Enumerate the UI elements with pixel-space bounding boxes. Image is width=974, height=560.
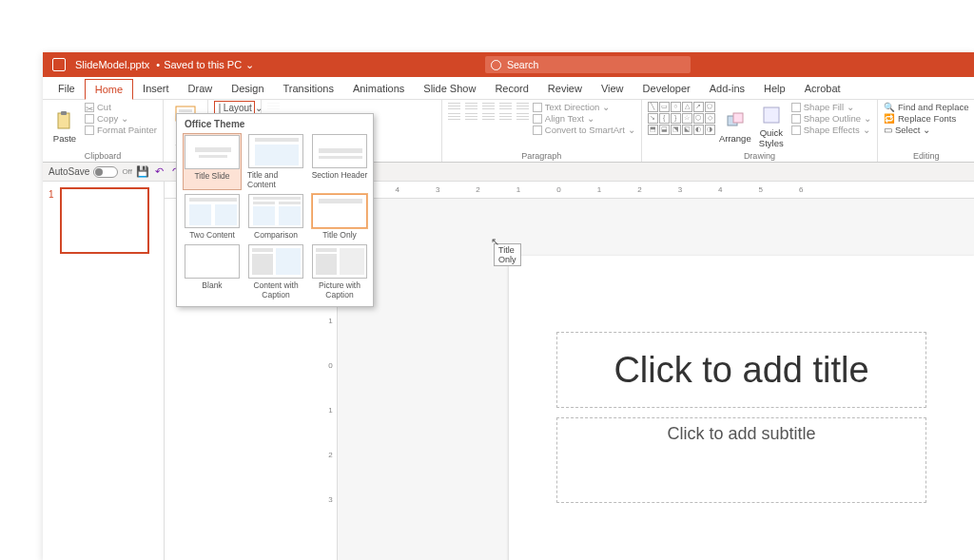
- cut-icon: ✂: [85, 103, 94, 112]
- shape-outline-icon: [791, 114, 801, 124]
- shape-effects-icon: [791, 126, 801, 135]
- tab-record[interactable]: Record: [485, 79, 537, 98]
- select-icon: ▭: [884, 125, 892, 135]
- shape-fill-button[interactable]: Shape Fill ⌄: [791, 102, 871, 112]
- align-text-icon: [533, 114, 542, 124]
- group-clipboard: Paste ✂Cut Copy ⌄ Format Painter Clipboa…: [43, 100, 164, 162]
- cut-button[interactable]: ✂Cut: [85, 102, 157, 112]
- slide-thumbnail-1[interactable]: 1: [60, 187, 149, 254]
- autosave-state: Off: [122, 167, 132, 176]
- layout-option-picture-caption[interactable]: Picture with Caption: [310, 243, 369, 300]
- search-input[interactable]: Search: [485, 56, 691, 73]
- layout-dropdown-heading: Office Theme: [185, 119, 367, 129]
- shape-outline-button[interactable]: Shape Outline ⌄: [791, 113, 871, 124]
- tab-animations[interactable]: Animations: [343, 79, 414, 98]
- svg-rect-5: [733, 113, 743, 123]
- arrange-icon: [725, 110, 746, 131]
- select-button[interactable]: ▭Select ⌄: [884, 125, 968, 135]
- bullets-icon[interactable]: [448, 102, 460, 110]
- copy-button[interactable]: Copy ⌄: [85, 113, 157, 124]
- tab-view[interactable]: View: [592, 79, 633, 98]
- tab-file[interactable]: File: [49, 79, 85, 98]
- smartart-icon: [533, 126, 542, 135]
- autosave-label: AutoSave: [49, 166, 89, 177]
- saved-status[interactable]: Saved to this PC: [164, 59, 254, 71]
- align-left-icon[interactable]: [448, 112, 460, 121]
- brush-icon: [85, 126, 94, 135]
- convert-smartart-button[interactable]: Convert to SmartArt ⌄: [533, 125, 635, 135]
- shapes-gallery[interactable]: ╲▭○△↗⬠ ↘{}☆⬡◇ ⬒⬓⬔⬕◐◑: [648, 102, 715, 151]
- layout-option-title-slide[interactable]: Title Slide: [183, 133, 242, 190]
- subtitle-placeholder[interactable]: Click to add subtitle: [556, 417, 926, 503]
- layout-dropdown: Office Theme Title Slide Title and Conte…: [176, 113, 374, 307]
- layout-option-title-only[interactable]: Title Only: [310, 193, 369, 241]
- tab-design[interactable]: Design: [222, 79, 273, 98]
- tab-draw[interactable]: Draw: [179, 79, 223, 98]
- svg-rect-0: [58, 113, 69, 128]
- paste-icon: [54, 110, 75, 131]
- layout-icon: [219, 104, 221, 113]
- group-drawing: ╲▭○△↗⬠ ↘{}☆⬡◇ ⬒⬓⬔⬕◐◑ Arrange Quick Style…: [642, 100, 878, 162]
- arrange-button[interactable]: Arrange: [719, 102, 751, 151]
- tab-addins[interactable]: Add-ins: [700, 79, 754, 98]
- replace-icon: 🔁: [884, 113, 895, 124]
- svg-rect-3: [179, 109, 192, 112]
- copy-icon: [85, 114, 94, 124]
- text-direction-button[interactable]: Text Direction ⌄: [533, 102, 635, 112]
- tab-help[interactable]: Help: [754, 79, 795, 98]
- shape-fill-icon: [791, 103, 801, 112]
- tab-developer[interactable]: Developer: [633, 79, 700, 98]
- slide-number: 1: [49, 189, 54, 200]
- shape-effects-button[interactable]: Shape Effects ⌄: [791, 125, 871, 135]
- align-text-button[interactable]: Align Text ⌄: [533, 113, 635, 124]
- app-logo-icon: [52, 58, 66, 71]
- search-placeholder: Search: [507, 59, 538, 70]
- cursor-icon: ↖: [491, 236, 499, 248]
- find-button[interactable]: 🔍Find and Replace: [884, 102, 968, 112]
- tab-insert[interactable]: Insert: [133, 79, 179, 98]
- title-bar: SlideModel.pptx • Saved to this PC Searc…: [43, 52, 974, 77]
- quick-styles-button[interactable]: Quick Styles: [755, 102, 788, 151]
- svg-rect-1: [61, 111, 67, 115]
- svg-rect-6: [764, 107, 779, 123]
- tab-transitions[interactable]: Transitions: [274, 79, 343, 98]
- save-icon[interactable]: 💾: [136, 165, 149, 179]
- paste-button[interactable]: Paste: [49, 102, 81, 151]
- tab-acrobat[interactable]: Acrobat: [795, 79, 850, 98]
- document-filename: SlideModel.pptx: [75, 59, 149, 70]
- quick-styles-icon: [761, 105, 782, 126]
- layout-option-title-content[interactable]: Title and Content: [246, 133, 305, 190]
- replace-button[interactable]: 🔁Replace Fonts: [884, 113, 968, 124]
- layout-option-two-content[interactable]: Two Content: [183, 193, 242, 241]
- find-icon: 🔍: [884, 102, 895, 112]
- tab-slideshow[interactable]: Slide Show: [414, 79, 485, 98]
- text-direction-icon: [533, 103, 542, 112]
- autosave-toggle[interactable]: [93, 166, 118, 178]
- tab-review[interactable]: Review: [538, 79, 592, 98]
- ribbon-tabs: File Home Insert Draw Design Transitions…: [43, 77, 974, 100]
- format-painter-button[interactable]: Format Painter: [85, 125, 157, 135]
- tab-home[interactable]: Home: [85, 79, 133, 100]
- title-placeholder[interactable]: Click to add title: [556, 332, 926, 408]
- undo-icon[interactable]: ↶: [153, 165, 166, 179]
- group-paragraph: Text Direction ⌄ Align Text ⌄ Convert to…: [442, 100, 642, 162]
- layout-option-blank[interactable]: Blank: [183, 243, 242, 300]
- ribbon: Paste ✂Cut Copy ⌄ Format Painter Clipboa…: [43, 100, 974, 163]
- layout-option-comparison[interactable]: Comparison: [246, 193, 305, 241]
- slide-canvas[interactable]: Click to add title Click to add subtitle: [509, 256, 974, 560]
- layout-option-content-caption[interactable]: Content with Caption: [246, 243, 305, 300]
- group-editing: 🔍Find and Replace 🔁Replace Fonts ▭Select…: [878, 100, 974, 162]
- slide-thumbnail-panel: 1: [43, 182, 165, 560]
- layout-option-section-header[interactable]: Section Header: [310, 133, 369, 190]
